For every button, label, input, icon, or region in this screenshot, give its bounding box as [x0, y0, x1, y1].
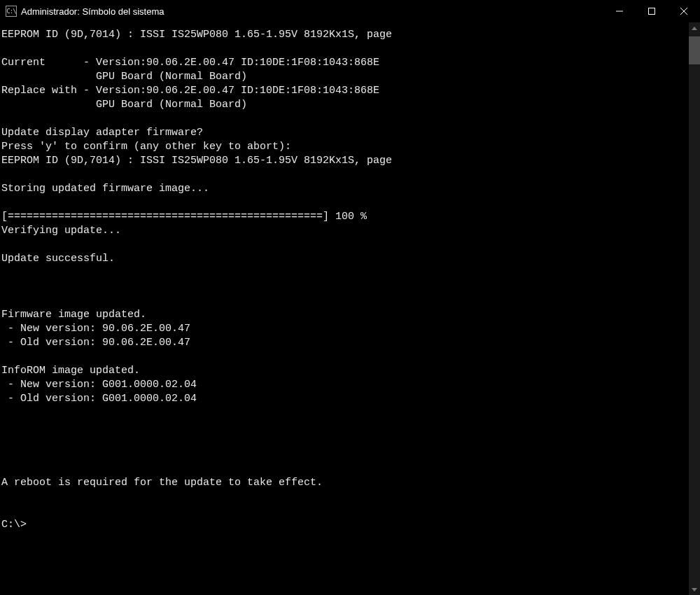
window-titlebar[interactable]: C:\ Administrador: Símbolo del sistema — [0, 0, 700, 22]
scroll-up-arrow-icon[interactable] — [689, 22, 700, 34]
console-line — [1, 462, 689, 476]
console-line — [1, 406, 689, 420]
scroll-down-arrow-icon[interactable] — [689, 584, 700, 595]
console-line: C:\> — [1, 518, 689, 532]
console-line: GPU Board (Normal Board) — [1, 70, 689, 84]
cmd-icon: C:\ — [6, 6, 17, 17]
scrollbar-thumb[interactable] — [689, 36, 700, 64]
console-line — [1, 238, 689, 252]
console-line: EEPROM ID (9D,7014) : ISSI IS25WP080 1.6… — [1, 154, 689, 168]
console-line: Update display adapter firmware? — [1, 126, 689, 140]
maximize-button[interactable] — [636, 0, 668, 22]
console-line — [1, 504, 689, 518]
console-line — [1, 490, 689, 504]
console-line — [1, 266, 689, 280]
vertical-scrollbar[interactable] — [689, 22, 700, 595]
console-line: - Old version: G001.0000.02.04 — [1, 392, 689, 406]
console-line: - New version: 90.06.2E.00.47 — [1, 322, 689, 336]
console-line: Firmware image updated. — [1, 308, 689, 322]
console-line — [1, 112, 689, 126]
console-line: Replace with - Version:90.06.2E.00.47 ID… — [1, 84, 689, 98]
console-line — [1, 420, 689, 434]
console-line: [=======================================… — [1, 210, 689, 224]
console-line: Storing updated firmware image... — [1, 182, 689, 196]
titlebar-left: C:\ Administrador: Símbolo del sistema — [6, 6, 164, 17]
console-line — [1, 42, 689, 56]
console-line — [1, 294, 689, 308]
close-button[interactable] — [668, 0, 700, 22]
console-line — [1, 350, 689, 364]
console-line: - New version: G001.0000.02.04 — [1, 378, 689, 392]
console-line — [1, 434, 689, 448]
console-line: Current - Version:90.06.2E.00.47 ID:10DE… — [1, 56, 689, 70]
console-line: GPU Board (Normal Board) — [1, 98, 689, 112]
console-line — [1, 280, 689, 294]
svg-rect-1 — [649, 8, 655, 15]
console-line: EEPROM ID (9D,7014) : ISSI IS25WP080 1.6… — [1, 28, 689, 42]
console-line: Update successful. — [1, 252, 689, 266]
console-line — [1, 168, 689, 182]
window-controls — [603, 0, 700, 22]
console-line: - Old version: 90.06.2E.00.47 — [1, 336, 689, 350]
console-line — [1, 196, 689, 210]
console-output[interactable]: EEPROM ID (9D,7014) : ISSI IS25WP080 1.6… — [0, 22, 689, 595]
window-title: Administrador: Símbolo del sistema — [21, 6, 164, 17]
console-line: A reboot is required for the update to t… — [1, 476, 689, 490]
console-line: Verifying update... — [1, 224, 689, 238]
minimize-button[interactable] — [603, 0, 636, 22]
console-line: Press 'y' to confirm (any other key to a… — [1, 140, 689, 154]
console-line: InfoROM image updated. — [1, 364, 689, 378]
console-line — [1, 448, 689, 462]
